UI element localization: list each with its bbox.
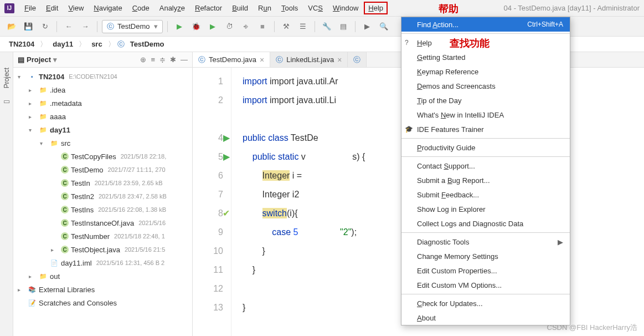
menu-run[interactable]: Run bbox=[254, 2, 276, 14]
help-menu-item[interactable]: Getting Started bbox=[401, 50, 570, 64]
menu-help[interactable]: Help bbox=[364, 2, 388, 14]
menu-view[interactable]: View bbox=[64, 2, 88, 14]
help-menu-item[interactable]: Tip of the Day bbox=[401, 93, 570, 108]
close-icon[interactable]: × bbox=[260, 55, 264, 64]
tree-folder-out[interactable]: ▸📁out bbox=[13, 269, 192, 283]
tree-class-file[interactable]: CTestDemo2021/7/27 11:11, 270 bbox=[13, 163, 192, 176]
editor-tab-testdemo[interactable]: ⓒTestDemo.java× bbox=[193, 52, 270, 67]
menu-file[interactable]: File bbox=[20, 2, 40, 14]
breadcrumb-item[interactable]: TN2104 bbox=[6, 39, 38, 49]
help-menu-item[interactable]: Show Log in Explorer bbox=[401, 202, 570, 216]
project-structure-icon[interactable]: ▤ bbox=[336, 19, 351, 34]
collapse-icon[interactable]: ≑ bbox=[159, 55, 166, 64]
menu-refactor[interactable]: Refactor bbox=[190, 2, 226, 14]
debug-icon[interactable]: 🐞 bbox=[189, 19, 203, 34]
save-icon[interactable]: 💾 bbox=[21, 19, 35, 34]
menu-analyze[interactable]: Analyze bbox=[155, 2, 189, 14]
forward-icon[interactable]: → bbox=[78, 19, 92, 34]
separator bbox=[56, 21, 57, 32]
menu-navigate[interactable]: Navigate bbox=[89, 2, 126, 14]
menu-code[interactable]: Code bbox=[128, 2, 154, 14]
tree-class-file[interactable]: CTestNumber2021/5/18 22:48, 1 bbox=[13, 230, 192, 243]
tree-folder-src[interactable]: ▾📁src bbox=[13, 136, 192, 150]
breadcrumb-item[interactable]: src bbox=[88, 39, 106, 49]
help-menu-item[interactable]: Demos and Screencasts bbox=[401, 79, 570, 93]
help-menu-item[interactable]: Edit Custom Properties... bbox=[401, 263, 570, 278]
help-menu-item[interactable]: Diagnostic Tools▶ bbox=[401, 235, 570, 249]
tree-class-file[interactable]: CTestCopyFiles2021/5/18 22:18, bbox=[13, 150, 192, 163]
menu-vcs[interactable]: VCS bbox=[303, 2, 327, 14]
back-icon[interactable]: ← bbox=[61, 19, 76, 34]
sync-icon[interactable]: ↻ bbox=[38, 19, 52, 34]
class-icon: ⓒ bbox=[107, 22, 114, 32]
tree-class-file[interactable]: CTestInstanceOf.java2021/5/16 bbox=[13, 216, 192, 230]
tree-iml-file[interactable]: 📄day11.iml2021/5/16 12:31, 456 B 2 bbox=[13, 256, 192, 269]
annotation-help-cn: 帮助 bbox=[439, 2, 458, 16]
help-menu-item[interactable]: Check for Updates... bbox=[401, 296, 570, 310]
help-menu-item[interactable]: Find Action...Ctrl+Shift+A bbox=[401, 17, 570, 32]
close-icon[interactable]: × bbox=[337, 55, 342, 64]
help-menu-item[interactable]: Productivity Guide bbox=[401, 140, 570, 155]
coverage-icon[interactable]: ▶ bbox=[205, 19, 220, 34]
run-config-selector[interactable]: ⓒ TestDemo ▾ bbox=[102, 20, 163, 33]
editor-tab-partial[interactable]: ⓒ bbox=[348, 52, 367, 67]
tree-class-file[interactable]: ▸CTestObject.java2021/5/16 21:5 bbox=[13, 243, 192, 256]
module-icon: ▪ bbox=[28, 72, 37, 81]
class-icon: C bbox=[61, 246, 69, 253]
stop-icon[interactable]: ■ bbox=[255, 19, 270, 34]
search-icon[interactable]: 🔍 bbox=[377, 19, 391, 34]
project-icon: ▤ bbox=[18, 55, 24, 64]
run-gutter-icon[interactable]: ▶ bbox=[223, 129, 230, 147]
help-menu-item[interactable]: Submit a Bug Report... bbox=[401, 173, 570, 187]
help-menu-item[interactable]: About bbox=[401, 310, 570, 325]
tree-folder-day11[interactable]: ▾📁day11 bbox=[13, 123, 192, 136]
tree-class-file[interactable]: CTestIns2021/5/16 22:08, 1.38 kB bbox=[13, 203, 192, 216]
tree-ext-libs[interactable]: ▸📚External Libraries bbox=[13, 283, 192, 296]
help-menu-item[interactable]: Submit Feedback... bbox=[401, 187, 570, 202]
class-icon: ⓒ bbox=[353, 55, 360, 65]
menu-tools[interactable]: Tools bbox=[277, 2, 302, 14]
tree-root[interactable]: ▾ ▪ TN2104 E:\CODE\TN2104 bbox=[13, 70, 192, 83]
project-tool-tab[interactable]: Project bbox=[2, 63, 12, 93]
help-menu-item[interactable]: Change Memory Settings bbox=[401, 249, 570, 263]
run-gutter-icon[interactable]: ▶ bbox=[223, 147, 230, 166]
tree-scratches[interactable]: 📝Scratches and Consoles bbox=[13, 296, 192, 309]
help-menu-item[interactable]: Edit Custom VM Options... bbox=[401, 278, 570, 292]
profile-icon[interactable]: ⏱ bbox=[222, 19, 236, 34]
help-menu-item[interactable]: Contact Support... bbox=[401, 159, 570, 173]
run-anything-icon[interactable]: ▶ bbox=[360, 19, 374, 34]
project-panel-title[interactable]: ▤ Project ▾ bbox=[18, 55, 57, 64]
window-title-suffix: 04 - TestDemo.java [day11] - Administrat… bbox=[504, 4, 640, 12]
help-menu-item[interactable]: 🎓IDE Features Trainer bbox=[401, 122, 570, 136]
menu-window[interactable]: Window bbox=[328, 2, 363, 14]
menu-build[interactable]: Build bbox=[228, 2, 253, 14]
chevron-down-icon: ▾ bbox=[29, 127, 37, 133]
editor-tab-linkedlist[interactable]: ⓒLinkedList.java× bbox=[270, 52, 348, 67]
expand-icon[interactable]: ≡ bbox=[151, 55, 155, 64]
build-icon[interactable]: ⚒ bbox=[279, 19, 293, 34]
target-icon[interactable]: ⊕ bbox=[140, 55, 146, 64]
tree-folder[interactable]: ▸📁.metadata bbox=[13, 96, 192, 110]
chevron-right-icon: ▸ bbox=[18, 287, 25, 293]
out-folder-icon: 📁 bbox=[39, 272, 48, 281]
help-menu-item[interactable]: Keymap Reference bbox=[401, 64, 570, 79]
settings-icon[interactable]: 🔧 bbox=[320, 19, 334, 34]
menu-edit[interactable]: Edit bbox=[42, 2, 63, 14]
gear-icon[interactable]: ✱ bbox=[170, 55, 176, 64]
hide-icon[interactable]: — bbox=[181, 55, 188, 64]
run-icon[interactable]: ▶ bbox=[172, 19, 187, 34]
breadcrumb-item[interactable]: TestDemo bbox=[127, 39, 168, 49]
help-menu-item[interactable]: Collect Logs and Diagnostic Data bbox=[401, 216, 570, 231]
tree-folder[interactable]: ▸📁aaaa bbox=[13, 110, 192, 123]
open-icon[interactable]: 📂 bbox=[4, 19, 19, 34]
tree-folder[interactable]: ▸📁.idea bbox=[13, 83, 192, 96]
bookmark-icon[interactable]: ▭ bbox=[3, 97, 10, 105]
breadcrumb-item[interactable]: day11 bbox=[49, 39, 76, 49]
tree-class-file[interactable]: CTestIn2021/5/18 23:59, 2.65 kB bbox=[13, 176, 192, 190]
folder-icon: 📁 bbox=[39, 112, 48, 121]
project-tree: ▾ ▪ TN2104 E:\CODE\TN2104 ▸📁.idea ▸📁.met… bbox=[13, 68, 192, 336]
attach-icon[interactable]: ⎆ bbox=[239, 19, 253, 34]
help-menu-item[interactable]: What's New in IntelliJ IDEA bbox=[401, 108, 570, 122]
structure-icon[interactable]: ☰ bbox=[296, 19, 310, 34]
tree-class-file[interactable]: CTestIn22021/5/18 23:47, 2.58 kB bbox=[13, 190, 192, 203]
